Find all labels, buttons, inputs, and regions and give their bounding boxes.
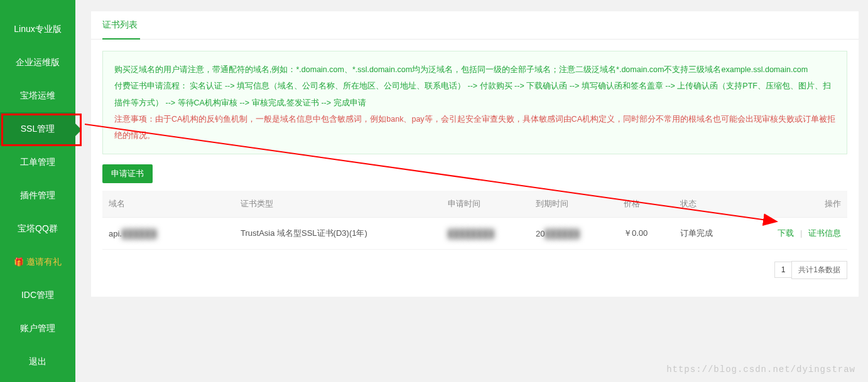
cell-apply-time: ████████ (442, 218, 529, 250)
cell-expire-time: 20██████ (529, 218, 617, 250)
notice-line2: 付费证书申请流程： 实名认证 --> 填写信息（域名、公司名称、所在地区、公司地… (114, 78, 835, 111)
page-title: 证书列表 (91, 11, 859, 40)
sidebar-item-linux-pro[interactable]: Linux专业版 (0, 13, 75, 46)
sidebar-item-enterprise[interactable]: 企业运维版 (0, 46, 75, 79)
col-apply-time: 申请时间 (442, 191, 529, 218)
sidebar-item-ssl[interactable]: SSL管理 (0, 112, 75, 146)
notice-warning: 注意事项：由于CA机构的反钓鱼机制，一般是域名信息中包含敏感词，例如bank、p… (114, 111, 835, 144)
apply-cert-button[interactable]: 申请证书 (102, 164, 153, 183)
page-number[interactable]: 1 (774, 262, 793, 278)
sidebar-item-bt-ops[interactable]: 宝塔运维 (0, 79, 75, 112)
sidebar-item-invite[interactable]: 邀请有礼 (0, 245, 75, 279)
cell-domain: api.██████ (102, 218, 234, 250)
main-content: 证书列表 购买泛域名的用户请注意，带通配符的域名,例如：*.domain.com… (75, 0, 868, 382)
cert-info-link[interactable]: 证书信息 (808, 228, 841, 238)
col-type: 证书类型 (234, 191, 442, 218)
download-link[interactable]: 下载 (778, 228, 794, 238)
cell-type: TrustAsia 域名型SSL证书(D3)(1年) (234, 218, 442, 250)
page-total: 共计1条数据 (791, 261, 847, 279)
sidebar: Linux专业版 企业运维版 宝塔运维 SSL管理 工单管理 插件管理 宝塔QQ… (0, 0, 75, 382)
col-ops: 操作 (759, 191, 847, 218)
col-price: 价格 (617, 191, 674, 218)
sidebar-item-account[interactable]: 账户管理 (0, 312, 75, 345)
sidebar-item-plugins[interactable]: 插件管理 (0, 179, 75, 212)
col-expire-time: 到期时间 (529, 191, 617, 218)
cell-price: ￥0.00 (617, 218, 674, 250)
sidebar-item-qq[interactable]: 宝塔QQ群 (0, 212, 75, 245)
col-domain: 域名 (102, 191, 234, 218)
sidebar-item-idc[interactable]: IDC管理 (0, 279, 75, 312)
sidebar-item-logout[interactable]: 退出 (0, 345, 75, 378)
cert-table: 域名 证书类型 申请时间 到期时间 价格 状态 操作 api.██████ (102, 191, 847, 250)
pagination: 1共计1条数据 (775, 261, 847, 279)
sidebar-item-tickets[interactable]: 工单管理 (0, 146, 75, 179)
cell-ops: 下载 | 证书信息 (759, 218, 847, 250)
table-row: api.██████ TrustAsia 域名型SSL证书(D3)(1年) ██… (102, 218, 847, 250)
notice-line1: 购买泛域名的用户请注意，带通配符的域名,例如：*.domain.com、*.ss… (114, 61, 835, 78)
sidebar-active-pointer (75, 124, 82, 136)
notice-box: 购买泛域名的用户请注意，带通配符的域名,例如：*.domain.com、*.ss… (102, 51, 847, 154)
col-status: 状态 (674, 191, 759, 218)
cell-status: 订单完成 (674, 218, 759, 250)
